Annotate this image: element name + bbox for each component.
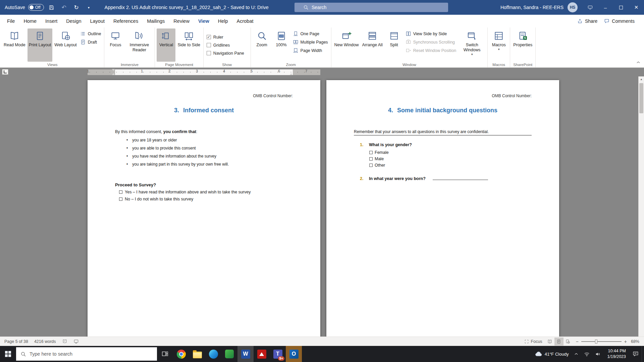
tab-design[interactable]: Design xyxy=(62,16,86,26)
print-layout-button[interactable]: Print Layout xyxy=(28,28,53,62)
tab-mailings[interactable]: Mailings xyxy=(143,16,169,26)
taskbar-search-input[interactable] xyxy=(30,351,153,357)
taskbar-green-app[interactable] xyxy=(221,346,237,362)
start-button[interactable] xyxy=(0,346,16,362)
page-width-button[interactable]: Page Width xyxy=(293,48,328,53)
hanging-indent-marker[interactable] xyxy=(112,72,115,75)
word-count[interactable]: 4216 words xyxy=(31,337,59,346)
tab-help[interactable]: Help xyxy=(214,16,232,26)
taskbar-outlook[interactable]: O xyxy=(286,346,302,362)
close-button[interactable]: ✕ xyxy=(629,0,644,15)
titlebar-search-box[interactable]: Search xyxy=(294,3,448,12)
weather-widget[interactable]: 41°F Cloudy xyxy=(532,346,572,362)
zoom-100-button[interactable]: 100% xyxy=(272,28,291,62)
taskbar-teams[interactable]: T 9+ xyxy=(270,346,286,362)
one-page-button[interactable]: One Page xyxy=(293,31,328,37)
focus-mode-button[interactable]: Focus xyxy=(521,337,545,346)
tab-file[interactable]: File xyxy=(3,16,19,26)
tab-home[interactable]: Home xyxy=(19,16,41,26)
maximize-button[interactable] xyxy=(613,0,629,15)
side-to-side-button[interactable]: Side to Side xyxy=(176,28,201,62)
undo-button[interactable]: ↶ xyxy=(59,2,69,12)
scroll-up-button[interactable]: ▲ xyxy=(639,76,644,82)
file-explorer-icon xyxy=(193,352,202,358)
ribbon-display-options-button[interactable] xyxy=(582,0,598,15)
read-mode-view-button[interactable] xyxy=(545,338,554,346)
tab-stop-selector[interactable] xyxy=(2,69,8,75)
gridlines-checkbox[interactable]: Gridlines xyxy=(207,43,244,48)
immersive-reader-button[interactable]: Immersive Reader xyxy=(125,28,153,62)
accessibility-checker-button[interactable] xyxy=(70,337,82,346)
tab-review[interactable]: Review xyxy=(169,16,194,26)
outline-button[interactable]: Outline xyxy=(80,31,101,37)
draft-button[interactable]: Draft xyxy=(80,39,101,45)
page-indicator[interactable]: Page 5 of 38 xyxy=(1,337,31,346)
web-layout-button[interactable]: Web Layout xyxy=(53,28,78,62)
zoom-out-button[interactable]: − xyxy=(576,339,579,344)
web-layout-view-button[interactable] xyxy=(564,338,573,346)
zoom-slider-track[interactable] xyxy=(581,341,622,342)
tab-references[interactable]: References xyxy=(109,16,143,26)
focus-icon xyxy=(110,31,120,41)
vertical-button[interactable]: Vertical xyxy=(157,28,175,62)
redo-icon: ↻ xyxy=(74,4,78,11)
zoom-in-button[interactable]: + xyxy=(624,339,627,344)
taskbar-file-explorer[interactable] xyxy=(189,346,205,362)
print-layout-icon xyxy=(35,31,45,41)
action-center-button[interactable] xyxy=(630,346,642,362)
zoom-slider-thumb[interactable] xyxy=(595,340,597,344)
arrange-all-button[interactable]: Arrange All xyxy=(361,28,384,62)
show-desktop-button[interactable] xyxy=(642,346,644,362)
new-window-button[interactable]: New Window xyxy=(333,28,360,62)
proofing-errors-button[interactable] xyxy=(59,337,70,346)
user-avatar[interactable]: HS xyxy=(568,2,578,12)
hidden-icons-button[interactable] xyxy=(571,346,581,362)
taskbar-search-box[interactable] xyxy=(16,347,157,361)
ruler-checkbox[interactable]: ✓ Ruler xyxy=(207,35,244,40)
minimize-button[interactable]: – xyxy=(598,0,613,15)
scrollbar-thumb[interactable] xyxy=(639,83,643,113)
autosave-toggle[interactable]: Off xyxy=(28,4,44,11)
tab-view[interactable]: View xyxy=(194,16,214,26)
save-button[interactable] xyxy=(47,2,56,12)
volume-button[interactable] xyxy=(592,346,603,362)
print-layout-view-button[interactable] xyxy=(554,338,564,346)
tab-insert[interactable]: Insert xyxy=(41,16,62,26)
switch-windows-button[interactable]: Switch Windows ▾ xyxy=(458,28,486,62)
share-button[interactable]: Share xyxy=(577,18,597,24)
clock[interactable]: 10:44 PM 1/19/2023 xyxy=(603,346,630,362)
redo-button[interactable]: ↻ xyxy=(72,2,81,12)
ruler-number: 3 xyxy=(196,69,198,73)
autosave-label: AutoSave xyxy=(5,5,25,10)
multiple-pages-button[interactable]: Multiple Pages xyxy=(293,39,328,45)
navigation-pane-checkbox[interactable]: Navigation Pane xyxy=(207,51,244,56)
tab-acrobat[interactable]: Acrobat xyxy=(232,16,258,26)
tab-layout[interactable]: Layout xyxy=(86,16,109,26)
ruler-checkbox-box: ✓ xyxy=(207,35,211,39)
customize-quick-access-toolbar-button[interactable]: ▾ xyxy=(84,2,94,12)
document-title: Appendix 2. US Adult chronic survey_1_18… xyxy=(105,5,269,10)
network-button[interactable] xyxy=(581,346,592,362)
view-side-by-side-button[interactable]: View Side by Side xyxy=(406,31,457,37)
zoom-percentage[interactable]: 68% xyxy=(631,339,639,344)
comments-button[interactable]: Comments xyxy=(604,18,635,24)
read-mode-button[interactable]: Read Mode xyxy=(2,28,27,62)
ruler-band[interactable] xyxy=(88,69,320,75)
document-page-2[interactable]: OMB Control Number: 4.Some initial backg… xyxy=(326,80,559,337)
taskbar-acrobat[interactable] xyxy=(254,346,270,362)
taskbar-word[interactable]: W xyxy=(237,346,254,362)
vertical-scrollbar[interactable]: ▲ xyxy=(638,76,644,337)
task-view-button[interactable] xyxy=(157,346,173,362)
collapse-ribbon-button[interactable] xyxy=(636,60,641,66)
zoom-button[interactable]: Zoom xyxy=(253,28,271,62)
macros-button[interactable]: Macros ▾ xyxy=(489,28,508,62)
taskbar-chrome[interactable] xyxy=(173,346,189,362)
split-button[interactable]: Split xyxy=(385,28,404,62)
taskbar-edge[interactable] xyxy=(205,346,221,362)
properties-button[interactable]: Properties xyxy=(512,28,534,62)
consent-bullet-list: •you are 18 years or older •you are able… xyxy=(115,138,293,167)
document-page-1[interactable]: OMB Control Number: 3.Informed consent B… xyxy=(88,80,320,337)
right-indent-marker[interactable] xyxy=(290,72,292,75)
horizontal-ruler[interactable]: 1 1 2 3 4 5 6 7 xyxy=(0,68,644,76)
focus-button[interactable]: Focus xyxy=(106,28,125,62)
